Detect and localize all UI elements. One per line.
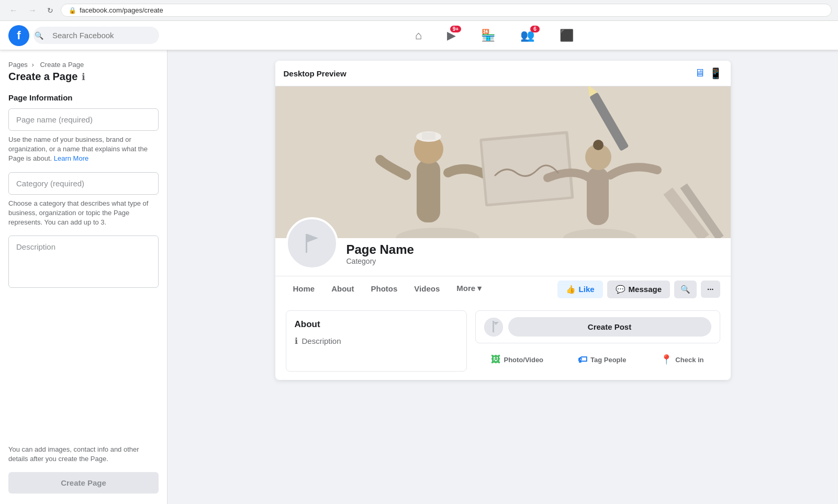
like-thumb-icon: 👍	[566, 285, 576, 294]
right-panel: Desktop Preview 🖥 📱	[167, 50, 838, 504]
page-name-section: Page Name Category	[347, 242, 414, 270]
svg-rect-16	[422, 132, 435, 140]
search-icon: 🔍	[35, 31, 43, 40]
breadcrumb-current: Create a Page	[40, 61, 84, 69]
browser-back-button[interactable]: ←	[6, 5, 21, 16]
groups-badge: 6	[530, 26, 540, 32]
browser-url-bar[interactable]: 🔒 facebook.com/pages/create	[61, 4, 832, 17]
search-wrap: 🔍	[29, 27, 159, 44]
facebook-topnav: f 🔍 ⌂ ▶ 9+ 🏪 👥 6 ⬛	[0, 21, 838, 50]
page-title-row: Create a Page ℹ	[8, 71, 159, 83]
section-label: Page Information	[8, 93, 159, 102]
messenger-icon: 💬	[616, 285, 625, 294]
about-title: About	[295, 319, 458, 330]
left-panel: Pages › Create a Page Create a Page ℹ Pa…	[0, 50, 167, 504]
tab-home[interactable]: Home	[286, 276, 322, 302]
breadcrumb: Pages › Create a Page	[8, 61, 159, 69]
svg-rect-22	[493, 321, 494, 332]
description-textarea[interactable]	[8, 236, 159, 288]
info-icon[interactable]: ℹ	[82, 71, 85, 83]
post-avatar	[484, 318, 503, 337]
message-label: Message	[629, 285, 662, 294]
create-page-button[interactable]: Create Page	[8, 472, 159, 494]
search-input[interactable]	[33, 27, 159, 44]
create-post-bar: Create Post	[475, 310, 720, 343]
nav-watch-button[interactable]: ▶ 9+	[437, 25, 466, 47]
learn-more-link[interactable]: Learn More	[54, 154, 88, 162]
watch-badge: 9+	[450, 26, 461, 32]
breadcrumb-pages-link[interactable]: Pages	[8, 61, 28, 69]
check-in-button[interactable]: 📍 Check in	[654, 350, 710, 369]
browser-chrome: ← → ↻ 🔒 facebook.com/pages/create	[0, 0, 838, 21]
preview-page-name: Page Name	[347, 242, 414, 257]
about-section: About ℹ Description	[286, 310, 467, 372]
main-layout: Pages › Create a Page Create a Page ℹ Pa…	[0, 50, 838, 504]
nav-home-button[interactable]: ⌂	[405, 25, 432, 47]
page-avatar	[286, 217, 338, 270]
browser-forward-button[interactable]: →	[25, 5, 40, 16]
more-nav-button[interactable]: ···	[701, 281, 720, 298]
category-input[interactable]	[8, 172, 159, 195]
preview-title: Desktop Preview	[284, 69, 347, 78]
about-desc-row: ℹ Description	[295, 336, 458, 346]
tab-about[interactable]: About	[324, 276, 361, 302]
page-profile-section: Page Name Category	[275, 217, 731, 276]
breadcrumb-separator: ›	[32, 61, 34, 69]
bottom-hint: You can add images, contact info and oth…	[8, 445, 159, 464]
preview-container: Desktop Preview 🖥 📱	[275, 61, 731, 380]
category-hint: Choose a category that describes what ty…	[8, 199, 159, 228]
check-in-icon: 📍	[661, 354, 672, 365]
like-label: Like	[579, 285, 595, 294]
about-info-icon: ℹ	[295, 336, 298, 346]
nav-groups-button[interactable]: 👥 6	[510, 25, 545, 47]
svg-rect-3	[417, 160, 440, 222]
preview-header: Desktop Preview 🖥 📱	[275, 61, 731, 86]
about-description-text: Description	[302, 337, 341, 345]
svg-rect-6	[482, 134, 571, 204]
page-main-title: Create a Page	[8, 71, 77, 83]
tab-more[interactable]: More ▾	[449, 276, 489, 302]
page-nav-tabs: Home About Photos Videos More ▾	[286, 276, 489, 302]
svg-rect-18	[306, 234, 307, 253]
create-post-main-button[interactable]: Create Post	[508, 317, 711, 337]
nav-center: ⌂ ▶ 9+ 🏪 👥 6 ⬛	[159, 25, 830, 47]
desktop-icon[interactable]: 🖥	[695, 67, 705, 80]
browser-refresh-button[interactable]: ↻	[44, 5, 57, 16]
post-actions-bar: 🖼 Photo/Video 🏷 Tag People 📍 Check in	[475, 348, 720, 372]
facebook-logo: f	[8, 25, 29, 46]
nav-marketplace-button[interactable]: 🏪	[471, 25, 506, 47]
nav-gaming-button[interactable]: ⬛	[549, 25, 584, 47]
tag-people-button[interactable]: 🏷 Tag People	[572, 350, 632, 369]
tag-people-icon: 🏷	[578, 354, 587, 365]
page-nav-bar: Home About Photos Videos More ▾ 👍 Like 💬…	[275, 276, 731, 302]
check-in-label: Check in	[675, 356, 703, 364]
svg-rect-17	[296, 228, 328, 259]
message-button[interactable]: 💬 Message	[607, 281, 670, 298]
tab-videos[interactable]: Videos	[407, 276, 447, 302]
page-name-input[interactable]	[8, 108, 159, 131]
photo-video-label: Photo/Video	[504, 356, 543, 364]
browser-url-text: facebook.com/pages/create	[80, 6, 163, 14]
like-button[interactable]: 👍 Like	[557, 281, 603, 298]
search-nav-button[interactable]: 🔍	[674, 281, 697, 298]
mobile-icon[interactable]: 📱	[709, 67, 722, 80]
page-content: About ℹ Description	[275, 302, 731, 380]
device-icons: 🖥 📱	[695, 67, 722, 80]
photo-video-button[interactable]: 🖼 Photo/Video	[485, 350, 550, 369]
page-cover	[275, 86, 731, 238]
svg-point-10	[593, 140, 604, 150]
photo-video-icon: 🖼	[491, 354, 500, 365]
tab-photos[interactable]: Photos	[364, 276, 405, 302]
page-name-hint: Use the name of your business, brand or …	[8, 135, 159, 164]
lock-icon: 🔒	[69, 7, 76, 14]
preview-category: Category	[347, 257, 414, 265]
create-post-section: Create Post 🖼 Photo/Video 🏷 Tag People 📍	[475, 310, 720, 372]
tag-people-label: Tag People	[590, 356, 626, 364]
page-nav-actions: 👍 Like 💬 Message 🔍 ···	[557, 281, 720, 298]
